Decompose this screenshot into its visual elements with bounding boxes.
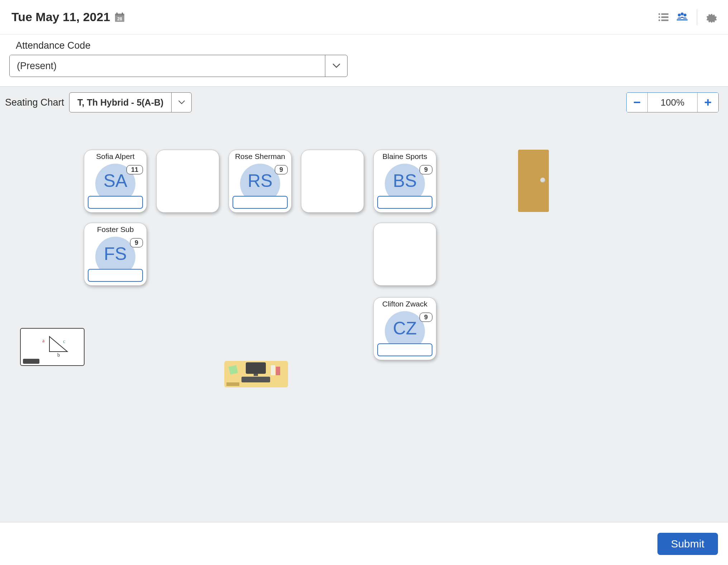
calendar-icon[interactable]: 28 — [114, 12, 125, 23]
svg-point-12 — [681, 13, 684, 15]
attendance-code-select[interactable]: (Present) — [9, 55, 348, 77]
empty-seat[interactable] — [373, 223, 436, 286]
whiteboard-label-a: a — [42, 338, 44, 344]
empty-seat[interactable] — [301, 150, 364, 213]
svg-rect-3 — [122, 13, 123, 15]
seating-chart-label: Seating Chart — [5, 97, 64, 108]
svg-rect-14 — [677, 19, 688, 20]
student-grade-badge: 9 — [420, 165, 432, 174]
svg-rect-10 — [661, 19, 669, 21]
student-grade-badge: 9 — [420, 313, 432, 322]
seating-chart-view-icon[interactable] — [676, 12, 688, 23]
svg-point-5 — [658, 13, 660, 15]
student-name: Rose Sherman — [235, 152, 285, 161]
student-seat[interactable]: Sofia Alpert11SA — [84, 150, 147, 213]
zoom-control: 100% — [626, 92, 719, 112]
seating-chart-value: T, Th Hybrid - 5(A-B) — [70, 93, 171, 112]
seating-chart-select[interactable]: T, Th Hybrid - 5(A-B) — [69, 92, 192, 112]
student-attendance-input[interactable] — [233, 196, 288, 209]
footer-bar: Submit — [0, 522, 728, 565]
student-attendance-input[interactable] — [88, 269, 143, 282]
whiteboard-label-c: c — [63, 339, 65, 344]
student-initials: BS — [393, 170, 417, 191]
header-bar: Tue May 11, 2021 28 — [0, 0, 728, 34]
submit-button[interactable]: Submit — [657, 533, 718, 555]
whiteboard-label-b: b — [57, 352, 60, 358]
student-seat[interactable]: Rose Sherman9RS — [229, 150, 292, 213]
page-date-title: Tue May 11, 2021 — [11, 10, 110, 24]
svg-rect-17 — [707, 99, 709, 106]
empty-seat[interactable] — [156, 150, 219, 213]
chevron-down-icon — [325, 55, 347, 77]
student-initials: FS — [104, 243, 127, 264]
student-seat[interactable]: Foster Sub9FS — [84, 223, 147, 286]
svg-rect-15 — [634, 102, 640, 103]
whiteboard-icon: a b c — [20, 328, 85, 366]
student-initials: SA — [104, 170, 128, 191]
zoom-value: 100% — [647, 93, 698, 112]
settings-gear-icon[interactable] — [706, 12, 718, 23]
student-attendance-input[interactable] — [377, 343, 432, 356]
svg-rect-2 — [116, 13, 118, 15]
door-icon — [518, 150, 549, 212]
student-name: Clifton Zwack — [382, 300, 427, 308]
svg-text:28: 28 — [118, 16, 123, 21]
list-view-icon[interactable] — [657, 12, 670, 23]
student-name: Foster Sub — [97, 225, 134, 234]
student-initials: RS — [248, 170, 272, 191]
student-seat[interactable]: Blaine Sports9BS — [373, 150, 436, 213]
zoom-in-button[interactable] — [698, 93, 718, 112]
attendance-code-value: (Present) — [10, 55, 325, 77]
divider — [697, 9, 697, 25]
attendance-code-label: Attendance Code — [16, 40, 719, 51]
teacher-desk-icon — [224, 361, 288, 387]
student-name: Sofia Alpert — [96, 152, 134, 161]
svg-point-9 — [658, 19, 660, 21]
student-initials: CZ — [393, 318, 417, 339]
student-seat[interactable]: Clifton Zwack9CZ — [373, 297, 436, 360]
svg-point-11 — [678, 14, 681, 16]
chevron-down-icon — [171, 93, 191, 112]
svg-rect-6 — [661, 13, 669, 15]
student-attendance-input[interactable] — [88, 196, 143, 209]
attendance-code-section: Attendance Code (Present) — [0, 34, 728, 87]
seating-canvas[interactable]: a b c Sofia Alpert11SARose Sherman9RSBla… — [5, 117, 719, 511]
svg-point-13 — [684, 14, 686, 16]
student-grade-badge: 11 — [126, 165, 143, 174]
student-grade-badge: 9 — [130, 238, 143, 247]
svg-point-7 — [658, 16, 660, 18]
seating-chart-section: Seating Chart T, Th Hybrid - 5(A-B) 100% — [0, 87, 728, 524]
zoom-out-button[interactable] — [627, 93, 647, 112]
student-name: Blaine Sports — [383, 152, 427, 161]
student-attendance-input[interactable] — [377, 196, 432, 209]
svg-rect-8 — [661, 16, 669, 18]
student-grade-badge: 9 — [275, 165, 288, 174]
